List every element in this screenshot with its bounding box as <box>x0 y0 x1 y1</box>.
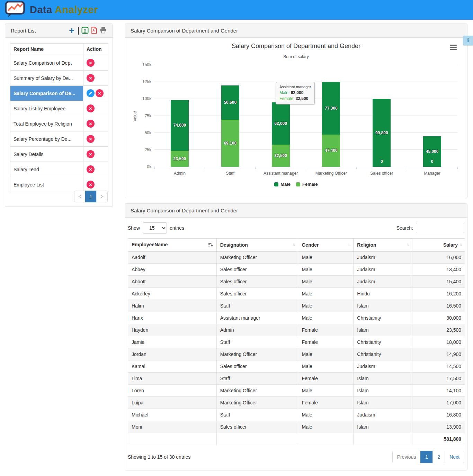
report-name-cell[interactable]: Salary Comparison of De... <box>10 86 83 101</box>
table-cell: Judaism <box>354 276 412 288</box>
table-cell: Male <box>298 251 354 264</box>
export-excel-icon[interactable]: x <box>81 27 89 35</box>
y-axis-tick-label: 100k <box>128 96 151 101</box>
delete-report-icon[interactable]: × <box>87 104 95 112</box>
table-row: LuipaMarketing OfficerFemaleIslam17,000 <box>128 397 465 409</box>
table-cell: Sales officer <box>216 276 298 288</box>
bar-segment-female[interactable]: 32,500 <box>272 145 290 167</box>
print-icon[interactable] <box>99 27 107 35</box>
table-cell: Islam <box>354 324 412 336</box>
search-label: Search: <box>396 225 413 231</box>
column-header-designation[interactable]: ↑↓ Designation <box>216 239 298 251</box>
bar-segment-female[interactable]: 23,500 <box>171 151 189 167</box>
showing-entries-text: Showing 1 to 15 of 30 entries <box>128 454 190 460</box>
table-cell: Islam <box>354 421 412 433</box>
chart-menu-icon[interactable] <box>450 45 457 51</box>
app-logo-icon <box>5 1 27 19</box>
report-name-cell[interactable]: Salary Details <box>10 147 83 162</box>
table-cell: Marketing Officer <box>216 251 298 264</box>
table-cell: Marketing Officer <box>216 397 298 409</box>
table-cell: Sales officer <box>216 421 298 433</box>
delete-report-icon[interactable]: × <box>87 181 95 189</box>
report-list-title: Report List <box>11 28 36 34</box>
x-axis-tick <box>255 167 256 169</box>
table-cell: Female <box>298 373 354 385</box>
table-cell: Sales officer <box>216 264 298 276</box>
add-report-icon[interactable]: + <box>69 27 74 34</box>
previous-page-button[interactable]: Previous <box>392 451 421 463</box>
report-list-next-page[interactable]: > <box>96 191 108 202</box>
bar-segment-male[interactable]: 50,600 <box>221 85 239 120</box>
table-cell: 17,500 <box>412 373 465 385</box>
column-header-gender[interactable]: ↑↓ Gender <box>298 239 354 251</box>
report-name-cell[interactable]: Salary Comparison of Dept <box>10 55 83 71</box>
legend-item-female[interactable]: Female <box>296 182 318 187</box>
report-action-cell: × <box>83 86 108 101</box>
tooltip-series-name: Male <box>279 90 288 95</box>
page-2-button[interactable]: 2 <box>432 451 445 463</box>
delete-report-icon[interactable]: × <box>87 150 95 158</box>
table-cell: Male <box>298 288 354 300</box>
info-icon[interactable]: i <box>463 36 473 45</box>
report-list-item[interactable]: Salary List by Employee× <box>10 101 108 116</box>
next-page-button[interactable]: Next <box>445 451 464 463</box>
table-cell: Male <box>298 264 354 276</box>
empty-cell <box>354 433 412 445</box>
table-row: JordanMarketing OfficerMaleChristianity1… <box>128 348 465 360</box>
report-list-item[interactable]: Salary Comparison of Dept× <box>10 55 108 71</box>
column-header-religion[interactable]: ↑↓ Religion <box>354 239 412 251</box>
delete-report-icon[interactable]: × <box>87 165 95 173</box>
legend-label: Male <box>280 182 291 187</box>
delete-report-icon[interactable]: × <box>87 135 95 143</box>
tooltip-category: Assistant manager <box>279 85 311 89</box>
report-list-page-1[interactable]: 1 <box>85 191 97 202</box>
report-name-cell[interactable]: Salary Tend <box>10 162 83 177</box>
data-table-panel: Salary Comparison of Department and Gend… <box>125 203 467 470</box>
tooltip-series-value: 62,000 <box>291 90 304 95</box>
report-list-item[interactable]: Salary Tend× <box>10 162 108 177</box>
report-list-item[interactable]: Employee List× <box>10 177 108 192</box>
report-name-cell[interactable]: Salary Percentage by De... <box>10 131 83 147</box>
table-row: KamalSales officerMaleJudaism14,500 <box>128 360 465 373</box>
page-1-button[interactable]: 1 <box>420 451 433 463</box>
page-size-select[interactable]: 15 <box>143 222 167 234</box>
delete-report-icon[interactable]: × <box>96 89 104 97</box>
table-cell: 14,900 <box>412 348 465 360</box>
x-axis-category-label: Sales officer <box>356 171 407 176</box>
report-name-cell[interactable]: Employee List <box>10 177 83 192</box>
table-cell: Luipa <box>128 397 217 409</box>
report-list-item[interactable]: Total Employee by Religion× <box>10 116 108 131</box>
bar-segment-male[interactable]: 74,600 <box>171 100 189 151</box>
table-cell: Abbott <box>128 276 217 288</box>
report-list-item[interactable]: Salary Details× <box>10 147 108 162</box>
report-list-item[interactable]: Salary Percentage by De...× <box>10 131 108 147</box>
bar-segment-male[interactable]: 62,000 <box>272 102 290 145</box>
edit-report-icon[interactable] <box>87 89 95 97</box>
y-axis-tick-label: 125k <box>128 79 151 84</box>
export-pdf-icon[interactable] <box>90 27 98 35</box>
report-list-item[interactable]: Salary Comparison of De...× <box>10 86 108 101</box>
x-axis-tick <box>306 167 306 169</box>
search-input[interactable] <box>416 223 464 233</box>
y-axis-tick-label: 0k <box>128 164 151 169</box>
report-action-cell: × <box>83 162 108 177</box>
report-list-item[interactable]: Summary of Salary by De...× <box>10 71 108 86</box>
bar-value-label: 32,500 <box>274 153 287 158</box>
legend-item-male[interactable]: Male <box>274 182 291 187</box>
bar-segment-male[interactable]: 99,800 <box>373 99 391 167</box>
table-cell: 13,400 <box>412 264 465 276</box>
delete-report-icon[interactable]: × <box>87 120 95 128</box>
report-name-cell[interactable]: Summary of Salary by De... <box>10 71 83 86</box>
delete-report-icon[interactable]: × <box>87 59 95 67</box>
bar-segment-female[interactable]: 69,100 <box>221 120 239 167</box>
delete-report-icon[interactable]: × <box>87 74 95 82</box>
report-list-prev-page[interactable]: < <box>74 191 86 202</box>
column-header-employeename[interactable]: EmployeeName <box>128 239 217 251</box>
bar-segment-female[interactable]: 47,400 <box>322 135 340 167</box>
table-cell: Male <box>298 360 354 373</box>
y-axis-tick-label: 50k <box>128 130 151 135</box>
report-name-cell[interactable]: Total Employee by Religion <box>10 116 83 131</box>
bar-segment-male[interactable]: 77,300 <box>322 82 340 135</box>
report-name-cell[interactable]: Salary List by Employee <box>10 101 83 116</box>
column-header-salary[interactable]: ↑↓ Salary <box>412 239 465 251</box>
